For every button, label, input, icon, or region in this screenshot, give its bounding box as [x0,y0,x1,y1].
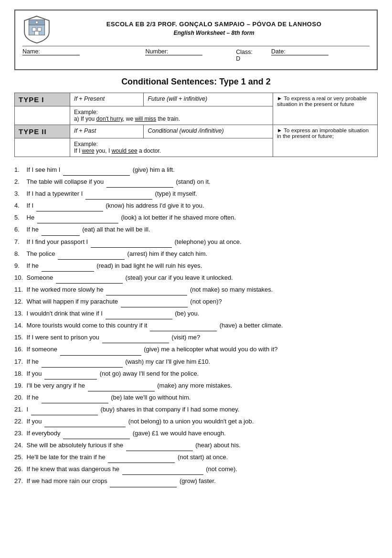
exercise-blank[interactable] [150,320,217,331]
exercise-num: 6. [14,224,25,235]
exercise-hint: (stand) on it. [174,177,211,188]
exercise-item: 8. The police (arrest) him if they catch… [14,249,378,260]
exercise-blank[interactable] [88,380,155,391]
exercise-text: He'll be late for the train if he [25,452,107,463]
exercise-num: 16. [14,344,25,355]
exercise-blank[interactable] [85,189,152,200]
type2-label: TYPE II [15,125,70,138]
exercise-text: If you [25,368,43,379]
exercise-item: 15. If I were sent to prison you (visit)… [14,332,378,343]
exercise-blank[interactable] [42,261,94,272]
exercise-hint: (buy) shares in that company if I had so… [99,404,240,415]
exercise-hint: (be) late we'll go without him. [109,392,191,403]
exercise-blank[interactable] [106,177,173,188]
exercise-num: 9. [14,261,25,272]
exercise-blank[interactable] [44,416,126,427]
exercise-blank[interactable] [44,368,97,379]
exercise-blank[interactable] [110,476,177,487]
exercise-num: 15. [14,332,25,343]
type1-example-empty [15,106,70,125]
exercise-hint: (give) me a helicopter what would you do… [142,344,278,355]
exercise-blank[interactable] [63,428,130,439]
exercise-blank[interactable] [56,273,123,284]
exercise-num: 22. [14,416,25,427]
exercise-blank[interactable] [42,357,123,368]
svg-rect-3 [32,28,36,31]
exercise-num: 5. [14,212,25,223]
exercise-num: 3. [14,189,25,200]
exercise-num: 11. [14,284,25,295]
exercise-num: 27. [14,476,25,487]
exercise-blank[interactable] [31,404,98,415]
exercise-num: 17. [14,357,25,368]
exercise-hint: (give) him a lift. [131,165,175,176]
class-label: Class: D [236,49,257,62]
header-text-block: ESCOLA EB 2/3 PROF. GONÇALO SAMPAIO – PÓ… [58,21,370,39]
exercise-item: 7. If I find your passport I (telephone)… [14,237,378,248]
exercise-blank[interactable] [42,224,80,235]
exercise-num: 20. [14,392,25,403]
exercises-section: 1. If I see him I (give) him a lift.2. T… [14,165,378,487]
exercise-text: If he [25,261,41,272]
exercise-item: 11. If he worked more slowly he (not mak… [14,284,378,295]
svg-point-2 [35,21,38,24]
exercise-num: 10. [14,273,25,284]
exercise-num: 25. [14,452,25,463]
exercise-blank[interactable] [108,452,175,463]
exercise-text: The police [25,249,57,260]
exercise-text: What will happen if my parachute [25,296,120,307]
exercise-hint: (look) a lot better if he shaved more of… [119,212,236,223]
exercise-item: 13. I wouldn't drink that wine if I (be)… [14,308,378,319]
exercise-blank[interactable] [121,296,188,307]
exercise-num: 26. [14,464,25,475]
exercise-hint: (hear) about his. [194,440,241,451]
exercise-hint: (not go) away I'll send for the police. [98,368,199,379]
svg-rect-4 [38,28,41,31]
exercise-num: 4. [14,200,25,211]
exercise-item: 24. She will be absolutely furious if sh… [14,440,378,451]
exercise-hint: (telephone) you at once. [173,237,242,248]
exercise-num: 13. [14,308,25,319]
exercise-text: She will be absolutely furious if she [25,440,125,451]
exercise-text: If I were sent to prison you [25,332,101,343]
exercise-item: 6. If he (eat) all that he will be ill. [14,224,378,235]
exercise-hint: (steal) your car if you leave it unlocke… [124,273,233,284]
exercise-item: 22. If you (not belong) to a union you w… [14,416,378,427]
exercise-num: 1. [14,165,25,176]
exercise-blank[interactable] [126,440,193,451]
exercise-num: 18. [14,368,25,379]
exercise-num: 24. [14,440,25,451]
exercise-blank[interactable] [36,200,103,211]
exercise-blank[interactable] [122,464,203,475]
exercise-blank[interactable] [58,249,125,260]
exercise-hint: (not start) at once. [176,452,228,463]
exercise-hint: (have) a better climate. [218,320,283,331]
exercise-text: If I find your passport I [25,237,90,248]
exercise-item: 12. What will happen if my parachute (no… [14,296,378,307]
exercise-blank[interactable] [91,237,172,248]
exercise-text: I'll be very angry if he [25,380,87,391]
exercise-hint: (gave) £1 we would have enough. [131,428,226,439]
exercise-blank[interactable] [37,212,118,223]
exercise-item: 17. If he (wash) my car I'll give him £1… [14,357,378,368]
exercise-item: 4. If I (know) his address I'd give it t… [14,200,378,211]
exercise-blank[interactable] [106,308,172,319]
info-row: Name: Number: Class: D Date: [22,46,370,62]
exercise-blank[interactable] [42,392,108,403]
type2-description: ► To express an improbable situation in … [273,125,377,157]
type1-condition: If + Present [70,93,144,106]
type2-example: Example: If I were you, I would see a do… [70,138,273,157]
exercise-item: 5. He (look) a lot better if he shaved m… [14,212,378,223]
exercise-text: If he worked more slowly he [25,284,105,295]
exercise-item: 25. He'll be late for the train if he (n… [14,452,378,463]
exercise-num: 23. [14,428,25,439]
exercise-blank[interactable] [102,332,169,343]
exercise-blank[interactable] [60,344,141,355]
date-label: Date: [271,48,355,62]
exercise-item: 27. If we had more rain our crops (grow)… [14,476,378,487]
exercise-hint: (type) it myself. [153,189,197,200]
exercise-blank[interactable] [106,284,187,295]
exercise-blank[interactable] [63,165,130,176]
exercise-hint: (wash) my car I'll give him £10. [124,357,211,368]
exercise-item: 21. I (buy) shares in that company if I … [14,404,378,415]
